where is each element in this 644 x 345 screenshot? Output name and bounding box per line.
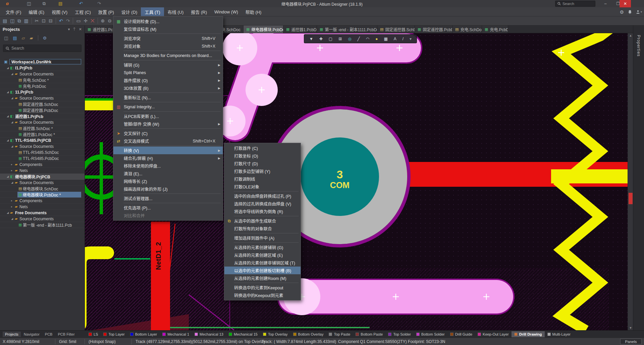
- expand-closed-icon[interactable]: ▸: [11, 199, 12, 202]
- tools-menu-item[interactable]: Manage 3D Bodies for Components on Board…: [113, 52, 223, 59]
- tree-row[interactable]: ◢▰Free Documents: [0, 210, 85, 216]
- expand-open-icon[interactable]: ◢: [11, 97, 13, 100]
- scrollbar-thumb[interactable]: [629, 193, 633, 204]
- tree-row[interactable]: ▤充电.SchDoc *: [0, 77, 85, 83]
- open-icon[interactable]: ▤: [3, 18, 7, 23]
- zoom-out-icon[interactable]: ⊖: [108, 18, 112, 23]
- panel-tab-pcb-filter[interactable]: PCB Filter: [55, 332, 77, 337]
- layer-tab[interactable]: Top Layer: [101, 331, 127, 337]
- tree-row[interactable]: ◢▰Source Documents: [0, 95, 85, 101]
- tree-row[interactable]: ▤TTL-RS485.SchDoc: [0, 150, 85, 156]
- document-tab[interactable]: ▤充电.SchDoc *: [452, 25, 482, 33]
- convert-submenu-item[interactable]: 打散尺寸 (D): [224, 160, 301, 167]
- convert-submenu-item[interactable]: 打散器件 (C): [224, 144, 301, 152]
- menubar-item[interactable]: 文件 (F): [2, 7, 25, 16]
- tools-menu-item[interactable]: 缝合孔/屏蔽 (H)▶: [113, 154, 223, 162]
- tools-menu-item[interactable]: 浏览对象Shift+X: [113, 42, 223, 50]
- tools-menu-item[interactable]: ⇄交叉选择模式Shift+Ctrl+X: [113, 137, 223, 145]
- tools-menu-item[interactable]: 铺铜 (G)▶: [113, 61, 223, 69]
- tools-menu-item[interactable]: 重新标注 (N)...: [113, 94, 223, 101]
- document-tab[interactable]: ▦遥控器1.Pcb: [85, 25, 113, 33]
- panel-close-icon[interactable]: ✕: [79, 27, 82, 32]
- tree-row[interactable]: ▤遥控器.SchDoc *: [0, 125, 85, 131]
- panels-button[interactable]: Panels: [620, 339, 642, 344]
- convert-submenu-item[interactable]: 转换选中的元素到Keepout: [224, 284, 301, 291]
- expand-closed-icon[interactable]: ▸: [11, 163, 12, 166]
- convert-submenu-item[interactable]: 从选择的元素创建Room (M): [224, 274, 301, 282]
- scroll-up-icon[interactable]: ▲: [628, 34, 633, 37]
- line-icon[interactable]: ╱: [358, 37, 360, 41]
- tree-row[interactable]: ◢◧继电器模块.PrjPCB: [0, 174, 85, 180]
- document-tab[interactable]: ▦遥控器1.PcbDoc *: [283, 25, 317, 33]
- document-tab[interactable]: ▦继电器模块.PcbDoc *: [244, 25, 283, 33]
- print-icon[interactable]: ▥: [24, 18, 28, 23]
- menubar-item[interactable]: Window (W): [211, 7, 242, 16]
- tools-menu-item[interactable]: ➤交叉探针 (C): [113, 129, 223, 137]
- tools-menu-item[interactable]: 滴泪 (E)...: [113, 170, 223, 177]
- tools-menu-item[interactable]: 器件摆放 (O)▶: [113, 76, 223, 84]
- panel-pin-icon[interactable]: ⍑: [73, 27, 75, 32]
- open-folder-icon[interactable]: ▱: [22, 36, 25, 41]
- convert-submenu-item[interactable]: 将选中导线转换为倒角 (R): [224, 208, 301, 215]
- convert-submenu-item[interactable]: 打散OLE对象: [224, 183, 301, 190]
- tools-menu-item[interactable]: 网络等长 (Z): [113, 177, 223, 185]
- tab-properties[interactable]: Properties: [636, 35, 641, 57]
- panel-tab-projects[interactable]: Projects: [3, 332, 21, 337]
- expand-open-icon[interactable]: ◢: [7, 115, 9, 118]
- close-button[interactable]: ✕: [620, 0, 631, 7]
- expand-open-icon[interactable]: ◢: [7, 139, 9, 142]
- titlebar-search-input[interactable]: Search: [555, 1, 595, 7]
- document-tab[interactable]: ▦固定遥控器.PcbDoc: [415, 25, 452, 33]
- save-project-icon[interactable]: ◫: [4, 36, 8, 41]
- layer-tab[interactable]: Mechanical 13: [192, 331, 226, 337]
- expand-closed-icon[interactable]: ▸: [11, 169, 12, 172]
- tree-row[interactable]: ▸▰Nets: [0, 168, 85, 174]
- gear-icon[interactable]: ⚙: [620, 9, 624, 15]
- menubar-item[interactable]: 报告 (R): [187, 7, 211, 16]
- undo-icon[interactable]: ↶: [59, 18, 63, 23]
- tools-menu-item[interactable]: 管脚/部件 交换 (W)▶: [113, 120, 223, 128]
- paste-icon[interactable]: ⊟: [49, 18, 53, 23]
- convert-submenu-item[interactable]: 从选择的元素创建区域 (E): [224, 251, 301, 259]
- tree-row[interactable]: ▸▰Components: [0, 162, 85, 168]
- tree-row[interactable]: ▦固定遥控器.PcbDoc: [0, 107, 85, 113]
- convert-submenu-item[interactable]: 打散调制线: [224, 175, 301, 183]
- expand-open-icon[interactable]: ◢: [11, 181, 13, 184]
- bell-icon[interactable]: [628, 10, 632, 14]
- tools-menu-item[interactable]: 从PCB库更新 (L)...: [113, 112, 223, 120]
- tree-row[interactable]: ◢◧I1.PrjPcb: [0, 65, 85, 71]
- expand-open-icon[interactable]: ◢: [7, 211, 9, 214]
- layer-tab[interactable]: Bottom Overlay: [290, 331, 326, 337]
- layer-tab[interactable]: Bottom Paste: [353, 331, 385, 337]
- layer-tab[interactable]: LS: [86, 331, 101, 337]
- user-icon[interactable]: ▾: [636, 10, 642, 14]
- menubar-item[interactable]: 编辑 (E): [25, 7, 48, 16]
- tree-row[interactable]: ◢▰Source Documents: [0, 180, 85, 186]
- menubar-item[interactable]: 帮助 (H): [242, 7, 265, 16]
- more-icon[interactable]: ▾: [410, 37, 412, 41]
- tools-menu-item[interactable]: ▥Signal Integrity...: [113, 103, 223, 111]
- expand-open-icon[interactable]: ◢: [11, 145, 13, 148]
- tree-row[interactable]: ◢◧遥控器1.PrjPcb: [0, 113, 85, 119]
- tree-row[interactable]: ▤固定遥控器.SchDoc: [0, 101, 85, 107]
- zoom-in-icon[interactable]: ⊕: [101, 18, 105, 23]
- document-tab[interactable]: ▦充电.PcbDoc: [482, 25, 508, 33]
- move-icon[interactable]: ✛: [84, 18, 88, 23]
- expand-open-icon[interactable]: ◢: [11, 72, 13, 75]
- tree-row[interactable]: ▦充电.PcbDoc: [0, 83, 85, 89]
- tools-menu-item[interactable]: 描画选择对象的外形 (J): [113, 185, 223, 193]
- crosshair-icon[interactable]: ✚: [319, 37, 323, 41]
- layer-tab[interactable]: Mechanical 1: [160, 331, 192, 337]
- convert-submenu-item[interactable]: 从选择的元素创建非铺铜区域 (T): [224, 259, 301, 267]
- clear-filter-icon[interactable]: ⨉: [91, 18, 94, 23]
- tree-row[interactable]: ▦第一版 -end - 副本1111.Pcb: [0, 222, 85, 228]
- menubar-item[interactable]: 工程 (C): [71, 7, 95, 16]
- tree-row[interactable]: ◢▰Source Documents: [0, 216, 85, 222]
- measure-icon[interactable]: /: [402, 37, 404, 41]
- panel-tab-navigator[interactable]: Navigator: [21, 332, 42, 337]
- panel-collapse-icon[interactable]: ▾: [68, 27, 70, 32]
- layer-tab[interactable]: Top Paste: [326, 331, 353, 337]
- add-folder-icon[interactable]: ▰: [30, 36, 33, 41]
- filter-icon[interactable]: ▼: [309, 37, 313, 41]
- text-icon[interactable]: A: [394, 37, 396, 41]
